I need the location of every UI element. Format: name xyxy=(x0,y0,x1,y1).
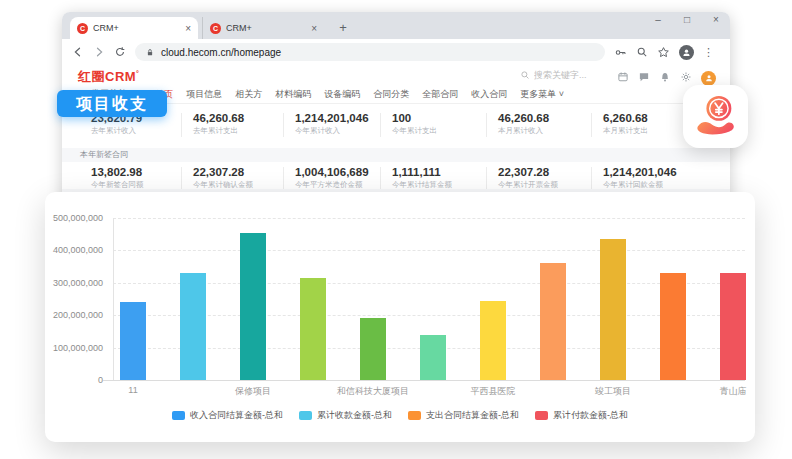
calendar-icon[interactable] xyxy=(617,69,629,87)
screenshot-canvas: C CRM+ × C CRM+ × + – □ × xyxy=(0,0,792,459)
stat-value: 22,307.28 xyxy=(498,166,598,178)
nav-item-2[interactable]: 项目信息 xyxy=(186,88,222,101)
gridline xyxy=(113,315,745,316)
legend-item-2[interactable]: 累计收款金额-总和 xyxy=(299,409,392,422)
bar-10[interactable] xyxy=(660,273,686,380)
stat-divider xyxy=(486,167,487,191)
bar-1[interactable] xyxy=(120,302,146,380)
key-icon[interactable] xyxy=(614,46,627,59)
legend-chip xyxy=(299,411,312,420)
y-axis-tick-label: 400,000,000 xyxy=(45,245,103,255)
close-button[interactable]: × xyxy=(710,14,722,25)
gridline xyxy=(113,250,745,251)
tab-strip: C CRM+ × C CRM+ × + – □ × xyxy=(62,12,730,39)
nav-item-6[interactable]: 合同分类 xyxy=(373,88,409,101)
x-axis-category-label: 保修项目 xyxy=(193,385,313,398)
nav-item-5[interactable]: 设备编码 xyxy=(324,88,360,101)
user-avatar[interactable] xyxy=(701,71,716,86)
chrome-profile-avatar[interactable] xyxy=(679,45,694,60)
browser-tab-1[interactable]: C CRM+ × xyxy=(70,17,198,39)
x-axis-category-label: 平西县医院 xyxy=(433,385,553,398)
y-axis-tick-label: 200,000,000 xyxy=(45,310,103,320)
legend-item-4[interactable]: 累计付款金额-总和 xyxy=(535,409,628,422)
bar-3[interactable] xyxy=(240,233,266,380)
stat-divider xyxy=(181,113,182,137)
tab-close-icon[interactable]: × xyxy=(181,23,191,34)
legend-chip xyxy=(535,411,548,420)
nav-item-3[interactable]: 相关方 xyxy=(235,88,262,101)
y-axis-tick-label: 100,000,000 xyxy=(45,343,103,353)
maximize-button[interactable]: □ xyxy=(681,14,693,25)
tab-title: CRM+ xyxy=(93,23,176,33)
minimize-button[interactable]: – xyxy=(652,14,664,25)
new-tab-button[interactable]: + xyxy=(334,19,352,37)
nav-item-9[interactable]: 更多菜单 ˅ xyxy=(520,88,564,101)
chart-legend: 收入合同结算金额-总和累计收款金额-总和支出合同结算金额-总和累计付款金额-总和 xyxy=(45,409,755,422)
bell-icon[interactable] xyxy=(659,69,671,87)
nav-item-7[interactable]: 全部合同 xyxy=(422,88,458,101)
tab-title: CRM+ xyxy=(226,23,302,33)
stat-divider xyxy=(591,167,592,191)
refresh-icon[interactable] xyxy=(114,46,126,58)
bar-9[interactable] xyxy=(600,239,626,380)
nav-item-8[interactable]: 收入合同 xyxy=(471,88,507,101)
crm-nav-items: 首页项目信息相关方材料编码设备编码合同分类全部合同收入合同更多菜单 ˅ xyxy=(155,88,564,101)
stat-divider xyxy=(181,167,182,191)
y-axis-tick-label: 500,000,000 xyxy=(45,213,103,223)
x-axis-category-label: 11 xyxy=(73,385,193,395)
bar-11[interactable] xyxy=(720,273,746,380)
message-icon[interactable] xyxy=(638,69,650,87)
x-axis-line xyxy=(103,380,745,381)
bar-chart: 0100,000,000200,000,000300,000,000400,00… xyxy=(45,192,755,442)
bar-8[interactable] xyxy=(540,263,566,380)
income-expense-fab[interactable] xyxy=(683,85,748,148)
browser-tab-2[interactable]: C CRM+ × xyxy=(202,17,324,39)
bar-5[interactable] xyxy=(360,318,386,380)
gridline xyxy=(113,283,745,284)
forward-icon[interactable] xyxy=(93,46,105,58)
x-axis-category-label: 竣工项目 xyxy=(553,385,673,398)
search-icon xyxy=(520,70,530,80)
stat-value: 1,111,111 xyxy=(392,166,492,178)
chrome-menu-icon[interactable]: ⋮ xyxy=(703,46,714,59)
gridline xyxy=(113,218,745,219)
nav-item-4[interactable]: 材料编码 xyxy=(275,88,311,101)
stat-label: 去年累计收入 xyxy=(91,126,191,136)
stat-label: 本月累计收入 xyxy=(498,126,598,136)
yuan-hand-icon xyxy=(693,94,739,140)
gear-icon[interactable] xyxy=(680,69,692,87)
stat-divider xyxy=(486,113,487,137)
legend-label: 累计付款金额-总和 xyxy=(553,409,628,422)
x-axis-category-label: 和信科技大厦项目 xyxy=(313,385,433,398)
stat-label: 今年累计支出 xyxy=(392,126,492,136)
stat-stats-row1-4: 100今年累计支出 xyxy=(392,112,492,136)
section-band: 本年新签合同 xyxy=(62,148,730,162)
address-bar[interactable]: cloud.hecom.cn/homepage xyxy=(135,43,605,61)
legend-item-1[interactable]: 收入合同结算金额-总和 xyxy=(172,409,283,422)
stat-divider xyxy=(380,113,381,137)
stat-divider xyxy=(380,167,381,191)
legend-label: 累计收款金额-总和 xyxy=(317,409,392,422)
crm-favicon-icon: C xyxy=(210,23,221,34)
chart-card: 0100,000,000200,000,000300,000,000400,00… xyxy=(45,192,755,442)
crm-favicon-icon: C xyxy=(77,23,88,34)
back-icon[interactable] xyxy=(72,46,84,58)
stat-value: 46,260.68 xyxy=(498,112,598,124)
stat-stats-row2-2: 22,307.28今年累计确认金额 xyxy=(193,166,293,190)
legend-label: 支出合同结算金额-总和 xyxy=(426,409,519,422)
bar-2[interactable] xyxy=(180,273,206,380)
tab-close-icon[interactable]: × xyxy=(307,23,317,34)
stat-value: 13,802.98 xyxy=(91,166,191,178)
stat-divider xyxy=(591,113,592,137)
legend-item-3[interactable]: 支出合同结算金额-总和 xyxy=(408,409,519,422)
bar-6[interactable] xyxy=(420,335,446,380)
zoom-icon[interactable] xyxy=(636,46,648,58)
x-axis-category-label: 青山庙 xyxy=(673,385,792,398)
stat-divider xyxy=(283,167,284,191)
bookmark-star-icon[interactable] xyxy=(657,46,670,59)
bar-7[interactable] xyxy=(480,301,506,380)
y-axis-line xyxy=(113,218,114,380)
stat-value: 1,214,201,046 xyxy=(603,166,703,178)
stat-stats-row1-5: 46,260.68本月累计收入 xyxy=(498,112,598,136)
bar-4[interactable] xyxy=(300,278,326,380)
